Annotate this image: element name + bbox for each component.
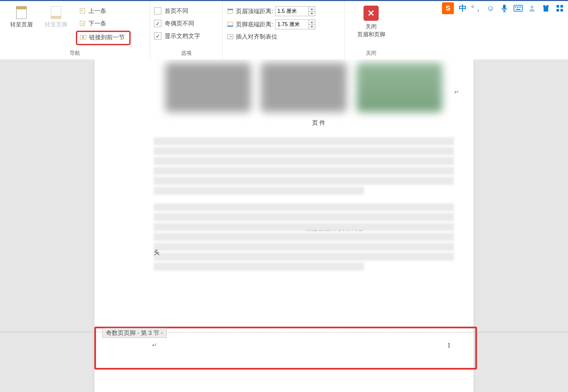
link-icon — [80, 34, 86, 41]
blurred-image — [357, 63, 442, 112]
svg-rect-14 — [514, 5, 522, 11]
svg-rect-21 — [556, 5, 559, 8]
tab-stop-icon — [227, 34, 234, 40]
svg-rect-19 — [516, 9, 521, 10]
diff-odd-even-checkbox[interactable]: ✓ 奇偶页不同 — [154, 19, 218, 27]
checkbox-icon: ✓ — [154, 32, 161, 40]
ribbon: 转至页眉 转至页脚 上一条 下一条 — [0, 0, 568, 59]
header-distance-spinner[interactable]: ▲ ▼ — [275, 6, 315, 16]
sogou-logo-icon[interactable]: S — [442, 2, 454, 14]
nav-group-label: 导航 — [0, 50, 150, 57]
previous-label: 上一条 — [88, 7, 106, 15]
blurred-text-line — [154, 223, 454, 231]
goto-header-label: 转至页眉 — [10, 21, 33, 28]
ime-toolbar: S 中 °， ☺ — [439, 1, 568, 16]
footer-distance-input[interactable] — [275, 20, 308, 29]
blurred-text-line — [154, 253, 454, 261]
blurred-text-line — [154, 137, 454, 145]
spin-up-button[interactable]: ▲ — [309, 7, 315, 12]
blurred-text-line — [154, 213, 454, 221]
header-distance-input[interactable] — [275, 7, 308, 16]
close-header-footer-button[interactable]: ✕ 关闭 页眉和页脚 — [357, 4, 385, 39]
svg-rect-18 — [520, 7, 521, 8]
page-body: ↵ 页件 就是数据库执行时形 头 — [94, 59, 474, 271]
blurred-text-line — [154, 157, 454, 165]
svg-rect-17 — [519, 7, 520, 8]
footer-section-tag: 奇数页页脚 - 第 3 节 - — [102, 328, 167, 338]
insert-alignment-tab-button[interactable]: 插入对齐制表位 — [236, 33, 277, 41]
svg-rect-24 — [560, 9, 563, 12]
spin-up-button[interactable]: ▲ — [309, 20, 315, 25]
blurred-text-line — [154, 233, 454, 241]
blurred-text-line — [154, 187, 364, 195]
blurred-text-line — [154, 263, 364, 271]
next-label: 下一条 — [88, 19, 106, 27]
diff-odd-even-label: 奇偶页不同 — [165, 19, 194, 27]
show-doc-text-label: 显示文档文字 — [165, 32, 200, 40]
diff-first-page-checkbox[interactable]: 首页不同 — [154, 7, 218, 15]
blurred-image — [261, 63, 347, 112]
page-footer-icon — [48, 5, 64, 19]
close-icon: ✕ — [363, 6, 379, 21]
svg-rect-22 — [560, 5, 563, 8]
page-number[interactable]: 1 — [447, 342, 451, 349]
options-group-label: 选项 — [150, 50, 222, 57]
ime-punctuation-button[interactable]: °， — [472, 3, 482, 13]
spin-down-button[interactable]: ▼ — [309, 25, 315, 29]
show-doc-text-checkbox[interactable]: ✓ 显示文档文字 — [154, 32, 218, 40]
svg-rect-9 — [228, 9, 233, 10]
footer-distance-icon — [227, 21, 234, 27]
blurred-text-line — [154, 177, 454, 185]
link-to-previous-label: 链接到前一节 — [89, 33, 125, 41]
ime-user-button[interactable] — [527, 3, 537, 13]
ime-voice-button[interactable] — [499, 3, 509, 13]
blurred-text-line — [154, 147, 454, 155]
goto-footer-label: 转至页脚 — [45, 21, 67, 28]
svg-rect-11 — [228, 25, 233, 27]
ribbon-group-position: 页眉顶端距离: ▲ ▼ 页脚底端距离: ▲ — [223, 1, 345, 59]
svg-rect-13 — [503, 5, 506, 9]
next-icon — [79, 20, 86, 27]
ime-toolbox-button[interactable] — [555, 3, 565, 13]
header-distance-icon — [227, 8, 234, 14]
page-header-icon — [14, 5, 29, 19]
ribbon-group-close: ✕ 关闭 页眉和页脚 关闭 — [345, 1, 397, 59]
header-distance-label: 页眉顶端距离: — [236, 7, 273, 15]
footer-distance-label: 页脚底端距离: — [236, 20, 273, 28]
goto-footer-button: 转至页脚 — [39, 4, 73, 30]
svg-rect-1 — [16, 6, 26, 9]
checkbox-icon — [154, 7, 161, 15]
blurred-text-line — [154, 203, 454, 211]
diff-first-page-label: 首页不同 — [165, 7, 188, 15]
ime-language-button[interactable]: 中 — [458, 3, 468, 13]
goto-header-button[interactable]: 转至页眉 — [4, 4, 39, 30]
blurred-text-line — [154, 167, 454, 175]
ime-keyboard-button[interactable] — [513, 3, 523, 13]
svg-rect-3 — [51, 16, 61, 19]
footer-cursor-mark: ↵ — [152, 342, 157, 349]
svg-point-20 — [531, 6, 533, 8]
document-page[interactable]: ↵ 页件 就是数据库执行时形 头 奇数页页脚 - 第 3 节 - ↵ 1 — [94, 59, 474, 392]
footer-distance-spinner[interactable]: ▲ ▼ — [275, 19, 315, 29]
previous-button[interactable]: 上一条 — [76, 6, 131, 16]
close-label-line1: 关闭 — [365, 23, 377, 30]
close-group-label: 关闭 — [345, 50, 397, 57]
svg-rect-16 — [517, 7, 518, 8]
paragraph-mark-icon: ↵ — [454, 88, 459, 96]
blurred-text-line — [154, 243, 454, 251]
document-area: ↵ 页件 就是数据库执行时形 头 奇数页页脚 - 第 3 节 - ↵ 1 — [0, 59, 568, 392]
ribbon-group-navigation: 转至页眉 转至页脚 上一条 下一条 — [0, 1, 150, 59]
spin-down-button[interactable]: ▼ — [309, 12, 315, 16]
close-label-line2: 页眉和页脚 — [357, 31, 385, 38]
ime-emoji-button[interactable]: ☺ — [486, 3, 495, 13]
body-text-fragment: 头 — [154, 248, 160, 256]
link-to-previous-button[interactable]: 链接到前一节 — [76, 31, 131, 45]
checkbox-icon: ✓ — [154, 20, 161, 27]
svg-rect-15 — [515, 7, 516, 8]
blurred-image — [165, 63, 251, 112]
body-text-fragment: 页件 — [312, 119, 327, 127]
ime-skin-button[interactable] — [541, 3, 551, 13]
previous-icon — [79, 8, 86, 14]
next-button[interactable]: 下一条 — [76, 18, 131, 29]
ribbon-group-options: 首页不同 ✓ 奇偶页不同 ✓ 显示文档文字 选项 — [150, 1, 223, 59]
